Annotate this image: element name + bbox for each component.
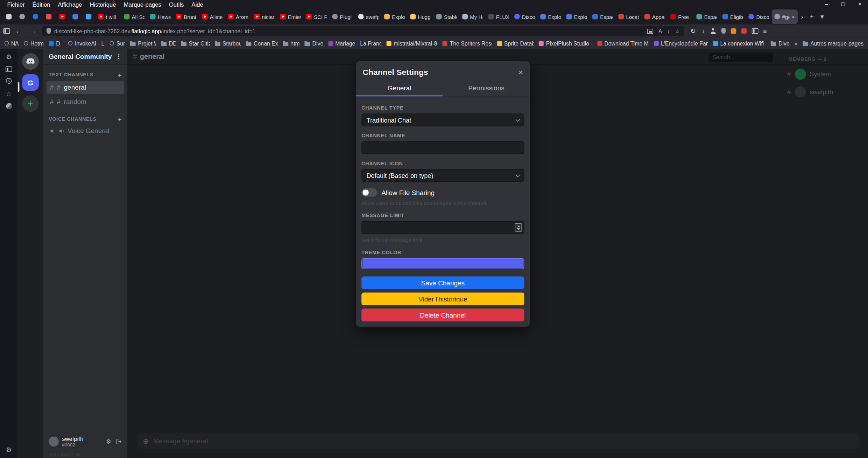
reload-icon[interactable]: ↻ [687,27,699,35]
sidebars-icon[interactable] [751,28,758,34]
add-text-channel-icon[interactable]: + [118,71,122,78]
browser-tab[interactable]: Eligib [720,9,746,24]
translate-icon[interactable]: A [658,28,662,34]
menu-affichage[interactable]: Affichage [54,1,86,8]
active-tab[interactable]: #gener × [772,9,798,24]
back-icon[interactable]: ← [13,27,24,35]
menu-edition[interactable]: Édition [29,1,54,8]
menu-fichier[interactable]: Fichier [3,1,28,8]
save-to-pocket-icon[interactable]: ↓ [667,28,670,34]
pinned-tab[interactable] [29,9,42,24]
theme-color-picker[interactable] [361,258,524,269]
bookmark-item[interactable]: Suno [110,40,125,46]
browser-tab[interactable]: Arom [225,9,251,24]
list-all-tabs-icon[interactable]: ▾ [817,13,827,20]
file-sharing-toggle[interactable] [361,188,377,197]
bookmark-item[interactable]: L'Encyclopédie Fantast... [654,40,708,46]
pinned-tab[interactable] [82,9,95,24]
browser-tab[interactable]: FLUX. [486,9,511,24]
themes-icon[interactable] [6,103,12,109]
browser-tab[interactable]: swefp [355,9,381,24]
pinned-tab[interactable] [42,9,55,24]
bookmark-item[interactable]: Starbound [215,40,241,46]
browser-tab[interactable]: Hawa [147,9,173,24]
extension-orange-icon[interactable] [731,28,736,34]
message-limit-input[interactable] [361,221,524,234]
delete-channel-button[interactable]: Delete Channel [361,308,524,321]
user-settings-gear-icon[interactable]: ⚙ [106,438,111,445]
bookmark-item[interactable]: Download Time Mana... [597,40,649,46]
server-header[interactable]: General Community ⋮ [43,49,127,65]
gear-icon[interactable]: ⚙ [6,53,12,61]
menu-marque-pages[interactable]: Marque-pages [120,1,165,8]
tab-general[interactable]: General [356,81,443,96]
browser-tab[interactable]: Bruni [173,9,199,24]
extension-shield-icon[interactable] [721,28,726,34]
bookmark-item[interactable]: PixelPlush Studio - Pix... [539,40,592,46]
channel-name-input[interactable] [361,141,524,154]
browser-tab[interactable]: Stable [433,9,459,24]
bookmark-item[interactable]: NAS [5,40,19,46]
browser-tab[interactable]: Espace cli [590,9,615,24]
voice-channel-item[interactable]: Voice General [43,125,127,137]
bookmark-item[interactable]: Star Citizen [181,40,210,46]
add-voice-channel-icon[interactable]: + [118,116,122,123]
spinner-down-icon[interactable] [517,228,520,230]
bookmark-item[interactable]: Mariage - La France à ... [328,40,382,46]
browser-tab[interactable]: My Ha [459,9,485,24]
channel-item-random[interactable]: # # random [47,95,124,109]
browser-tab[interactable]: Hugg [408,9,433,24]
bookmark-item[interactable]: Divers [304,40,323,46]
bookmark-item[interactable]: La connexion Wifi et E... [713,40,766,46]
close-icon[interactable]: × [518,68,523,76]
pinned-tab[interactable] [69,9,82,24]
bookmark-item[interactable]: The Spriters Resource [443,40,492,46]
tab-scroll-right-icon[interactable]: › [798,13,806,20]
browser-tab[interactable]: Espace ab [694,9,720,24]
bookmarks-star-icon[interactable]: ☆ [6,90,12,97]
browser-tab[interactable]: Alister [199,9,225,24]
browser-tab[interactable]: Plugi [329,9,355,24]
pinned-tab[interactable] [15,9,29,24]
tracking-protection-shield-icon[interactable] [47,28,51,34]
url-bar[interactable]: discord-like-php-chat-7262.dev.flatlogic… [42,26,684,36]
new-tab-button[interactable]: + [806,13,817,20]
close-window-icon[interactable]: × [852,0,868,9]
browser-tab[interactable]: Disco [746,9,771,24]
sidebar-toggle-icon[interactable] [3,28,10,34]
history-clock-icon[interactable] [6,78,12,84]
browser-tab[interactable]: Explo [381,9,407,24]
browser-tab[interactable]: Explo [564,9,590,24]
tab-permissions[interactable]: Permissions [443,81,530,96]
discord-home-button[interactable] [22,53,38,70]
server-icon[interactable]: G [22,74,38,91]
menu-outils[interactable]: Outils [165,1,188,8]
bookmark-item[interactable]: Hotmail [24,40,44,46]
settings-gear-icon[interactable]: ⚙ [6,446,12,454]
other-bookmarks[interactable]: Autres marque-pages [803,40,863,46]
channel-icon-select[interactable]: Default (Based on type) [361,169,524,182]
user-avatar[interactable] [49,437,58,446]
browser-tab[interactable]: t will [95,9,121,24]
pinned-tab[interactable] [55,9,69,24]
bookmark-item[interactable]: Divers [771,40,789,46]
menu-historique[interactable]: Historique [86,1,120,8]
minimize-icon[interactable]: – [818,0,835,9]
server-menu-icon[interactable]: ⋮ [116,53,122,60]
browser-tab[interactable]: Locati [615,9,641,24]
browser-tab[interactable]: Explo [537,9,563,24]
clear-history-button[interactable]: Vider l'historique [361,292,524,305]
browser-tab[interactable]: niciar [251,9,277,24]
bookmark-item[interactable]: html5 [283,40,299,46]
browser-tab[interactable]: Free : [668,9,693,24]
synced-tabs-icon[interactable] [6,67,12,72]
channel-type-select[interactable]: Traditional Chat [361,113,524,126]
account-icon[interactable] [710,28,716,34]
bookmark-item[interactable]: mistralai/Mixtral-8x7B... [387,40,438,46]
bookmark-item[interactable]: Conan Exiles [246,40,278,46]
menu-aide[interactable]: Aide [188,1,207,8]
number-spinner[interactable] [515,223,522,232]
browser-tab[interactable]: EmieO [277,9,303,24]
logout-icon[interactable] [115,438,122,445]
maximize-icon[interactable]: □ [835,0,851,9]
